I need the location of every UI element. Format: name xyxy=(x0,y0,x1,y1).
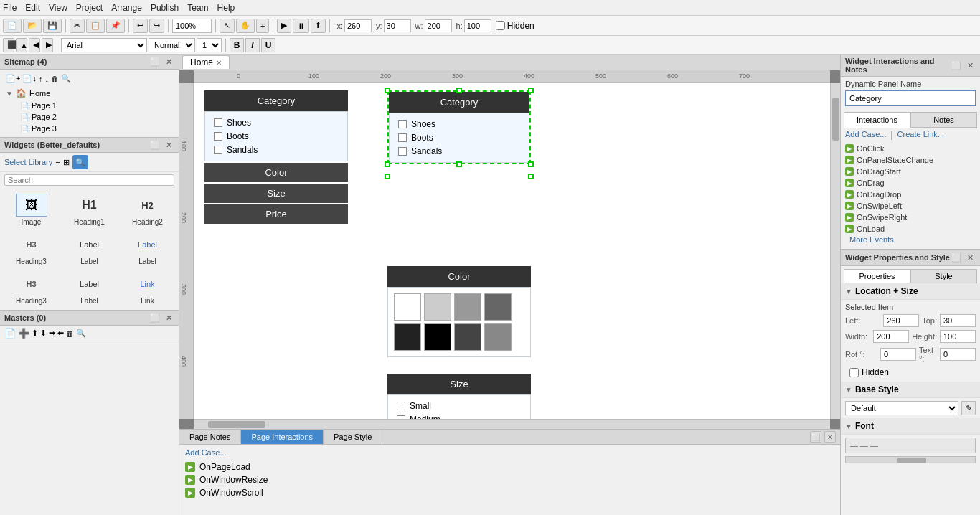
add-child-icon[interactable]: 📄↓ xyxy=(22,74,37,83)
delete-page-icon[interactable]: 🗑 xyxy=(51,75,59,83)
t2-btn3[interactable]: ◀ xyxy=(29,38,40,52)
widget-label2[interactable]: Label Label xyxy=(61,270,118,308)
open-button[interactable]: 📂 xyxy=(23,19,42,33)
sel-shoes-cb[interactable] xyxy=(398,120,407,128)
masters-close-icon[interactable]: ✕ xyxy=(163,312,174,323)
swatch-white[interactable] xyxy=(394,293,421,321)
tab-style[interactable]: Style xyxy=(910,269,977,283)
widget-label-blue[interactable]: Label Label xyxy=(119,230,176,268)
menu-edit[interactable]: Edit xyxy=(25,3,40,13)
select-library-btn[interactable]: Select Library xyxy=(4,158,52,166)
sitemap-home[interactable]: ▼ 🏠 Home xyxy=(3,87,176,100)
masters-arrow-r[interactable]: ➡ xyxy=(49,329,55,338)
v-scroll-thumb[interactable] xyxy=(832,98,839,141)
t2-btn1[interactable]: ⬛ xyxy=(3,38,14,52)
publish-button[interactable]: ⬆ xyxy=(311,19,326,33)
swatch-midgray[interactable] xyxy=(484,323,512,351)
library-grid-icon[interactable]: ⊞ xyxy=(63,158,70,167)
tab-interactions[interactable]: Interactions xyxy=(844,112,910,128)
bottom-expand-icon[interactable]: ⬜ xyxy=(810,431,821,443)
widget-heading2[interactable]: H2 Heading2 xyxy=(119,191,176,229)
undo-button[interactable]: ↩ xyxy=(133,19,148,33)
tab-page-interactions[interactable]: Page Interactions xyxy=(241,430,324,444)
h-scrollbar[interactable] xyxy=(194,419,830,429)
new-button[interactable]: 📄 xyxy=(3,19,22,33)
cut-button[interactable]: ✂ xyxy=(70,19,85,33)
widget-link[interactable]: Link Link xyxy=(119,270,176,308)
text-field-input[interactable] xyxy=(940,348,976,361)
move-up-icon[interactable]: ↑ xyxy=(39,75,43,83)
add-page-icon[interactable]: 📄+ xyxy=(6,74,20,83)
y-input[interactable]: 30 xyxy=(384,19,411,32)
tab-notes[interactable]: Notes xyxy=(910,112,977,128)
sitemap-page3[interactable]: 📄 Page 3 xyxy=(17,123,176,134)
tab-page-notes[interactable]: Page Notes xyxy=(179,430,241,444)
bottom-close-icon[interactable]: ✕ xyxy=(824,431,836,443)
t2-btn4[interactable]: ▶ xyxy=(42,38,53,52)
left-price-btn[interactable]: Price xyxy=(204,204,348,224)
sel-sandals-cb[interactable] xyxy=(398,147,407,156)
masters-search-icon[interactable]: 🔍 xyxy=(76,329,86,338)
create-link-link[interactable]: Create Link... xyxy=(897,130,944,140)
paste-button[interactable]: 📌 xyxy=(106,19,125,33)
swatch-gray[interactable] xyxy=(454,293,481,321)
font-scrollbar[interactable] xyxy=(845,456,976,463)
font-select[interactable]: Arial xyxy=(61,38,147,52)
left-field-input[interactable] xyxy=(883,314,919,327)
canvas-tab-home[interactable]: Home ✕ xyxy=(182,55,230,69)
menu-publish[interactable]: Publish xyxy=(151,3,179,13)
rot-field-input[interactable] xyxy=(880,348,916,361)
home-tab-close[interactable]: ✕ xyxy=(216,59,222,67)
swatch-black2[interactable] xyxy=(424,323,451,351)
props-hidden-checkbox[interactable] xyxy=(849,368,859,377)
widget-heading3[interactable]: H3 Heading3 xyxy=(3,230,60,268)
widget-search-input[interactable] xyxy=(4,174,174,186)
width-field-input[interactable] xyxy=(873,330,909,343)
height-field-input[interactable] xyxy=(940,330,976,343)
swatch-dkgray2[interactable] xyxy=(454,323,481,351)
sitemap-close-icon[interactable]: ✕ xyxy=(163,56,174,67)
library-menu-icon[interactable]: ≡ xyxy=(55,158,60,166)
selected-panel[interactable]: Category Shoes Boots xyxy=(387,90,531,164)
masters-add2-icon[interactable]: ➕ xyxy=(18,328,29,339)
swatch-black[interactable] xyxy=(394,323,421,351)
sel-boots-cb[interactable] xyxy=(398,133,407,142)
tab-properties[interactable]: Properties xyxy=(844,269,910,283)
menu-team[interactable]: Team xyxy=(187,3,208,13)
menu-view[interactable]: View xyxy=(49,3,67,13)
masters-up-icon[interactable]: ⬆ xyxy=(32,329,38,338)
top-field-input[interactable] xyxy=(940,314,976,327)
menu-file[interactable]: File xyxy=(3,3,17,13)
copy-button[interactable]: 📋 xyxy=(86,19,105,33)
search-sitemap-icon[interactable]: 🔍 xyxy=(61,74,71,83)
boots-checkbox[interactable] xyxy=(214,132,222,141)
widget-label[interactable]: Label Label xyxy=(61,230,118,268)
masters-delete-icon[interactable]: 🗑 xyxy=(66,329,74,338)
sitemap-page1[interactable]: 📄 Page 1 xyxy=(17,100,176,111)
hand-tool[interactable]: ✋ xyxy=(236,19,255,33)
sandals-checkbox[interactable] xyxy=(214,146,222,154)
left-category-header[interactable]: Category xyxy=(204,90,348,111)
widget-heading1[interactable]: H1 Heading1 xyxy=(61,191,118,229)
italic-button[interactable]: I xyxy=(245,38,260,52)
bold-button[interactable]: B xyxy=(230,38,244,52)
preview-button[interactable]: ⏸ xyxy=(293,19,309,33)
widgets-close-icon[interactable]: ✕ xyxy=(163,139,174,151)
masters-add-icon[interactable]: 📄 xyxy=(4,328,16,339)
size-select[interactable]: 13 xyxy=(197,38,222,52)
left-color-btn[interactable]: Color xyxy=(204,163,348,182)
widget-image[interactable]: 🖼 Image xyxy=(3,191,60,229)
more-events-link[interactable]: More Events xyxy=(845,234,898,245)
zoom-input[interactable]: 100% xyxy=(172,19,212,33)
props-close-icon[interactable]: ✕ xyxy=(964,252,976,263)
font-section-header[interactable]: ▼ Font xyxy=(841,418,980,435)
masters-arrow-l[interactable]: ⬅ xyxy=(57,329,64,338)
h-input[interactable]: 100 xyxy=(464,19,491,32)
interactions-close-icon[interactable]: ✕ xyxy=(964,60,976,71)
menu-project[interactable]: Project xyxy=(76,3,103,13)
h-scroll-thumb[interactable] xyxy=(208,421,265,428)
left-size-btn[interactable]: Size xyxy=(204,184,348,203)
masters-down-icon[interactable]: ⬇ xyxy=(40,329,47,338)
font-scroll-thumb[interactable] xyxy=(897,458,926,463)
x-input[interactable]: 260 xyxy=(344,19,372,32)
